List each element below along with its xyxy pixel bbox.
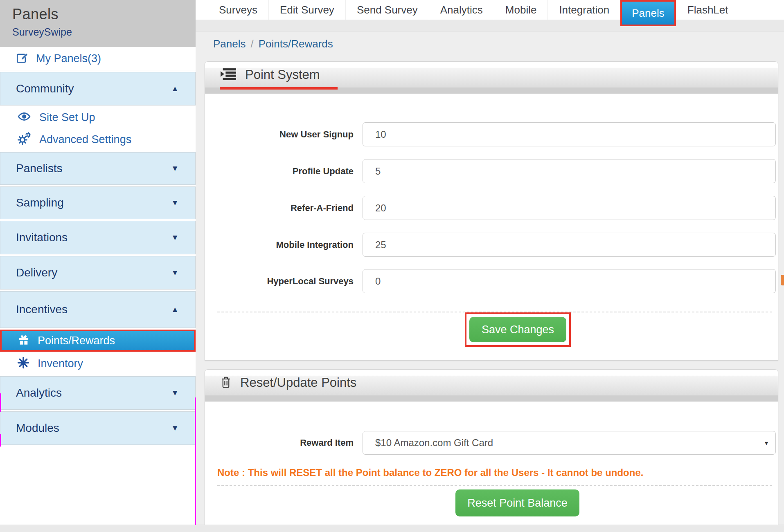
hyperlocal-surveys-input[interactable] <box>363 269 776 293</box>
field-label: Profile Update <box>205 166 354 177</box>
section-label: Sampling <box>16 196 64 209</box>
breadcrumb: Panels/Points/Rewards <box>213 38 333 50</box>
annotation-red-box-save: Save Changes <box>465 312 571 347</box>
tab-surveys[interactable]: Surveys <box>208 0 268 20</box>
reset-point-balance-button[interactable]: Reset Point Balance <box>455 489 579 516</box>
section-label: Community <box>16 82 74 95</box>
sidebar-title: Panels <box>12 6 196 23</box>
sidebar-header: Panels SurveySwipe <box>0 0 196 47</box>
sidebar-section-sampling[interactable]: Sampling ▼ <box>0 186 196 219</box>
annotation-pink-line <box>0 434 1 447</box>
sidebar-section-invitations[interactable]: Invitations ▼ <box>0 221 196 254</box>
reward-item-value: $10 Amazon.com Gift Card <box>375 437 493 449</box>
sidebar-section-delivery[interactable]: Delivery ▼ <box>0 256 196 290</box>
field-label: HyperLocal Surveys <box>205 276 354 287</box>
breadcrumb-panels[interactable]: Panels <box>213 38 246 50</box>
sidebar-section-analytics[interactable]: Analytics ▼ <box>0 376 196 410</box>
profile-update-input[interactable] <box>363 159 776 183</box>
dashed-divider <box>217 485 772 486</box>
nav-tabs: Surveys Edit Survey Send Survey Analytic… <box>196 0 784 20</box>
section-label: Analytics <box>16 386 62 400</box>
select-caret-icon: ▾ <box>765 439 768 447</box>
my-panels-label: My Panels(3) <box>36 52 101 65</box>
reset-update-points-panel: Reset/Update Points Reward Item $10 Amaz… <box>205 369 778 528</box>
subitem-label: Inventory <box>38 357 83 370</box>
form-row-mobile-integration: Mobile Integration <box>205 233 778 257</box>
field-label: Refer-A-Friend <box>205 203 354 213</box>
chevron-down-icon: ▼ <box>171 233 179 242</box>
gift-icon <box>18 334 29 347</box>
edit-pencil-icon <box>16 52 29 66</box>
sidebar-section-community[interactable]: Community ▲ <box>0 72 196 106</box>
reset-points-header: Reset/Update Points <box>205 370 778 402</box>
divider <box>0 151 196 151</box>
sidebar-section-incentives[interactable]: Incentives ▲ <box>0 291 196 328</box>
form-row-profile-update: Profile Update <box>205 159 778 183</box>
field-label: Reward Item <box>205 438 354 448</box>
chevron-down-icon: ▼ <box>171 388 179 397</box>
annotation-red-underline <box>220 87 338 90</box>
section-label: Invitations <box>16 231 68 244</box>
tab-flashlet[interactable]: FlashLet <box>676 0 739 20</box>
page-bottom-bar <box>0 525 784 532</box>
tab-panels[interactable]: Panels <box>620 0 676 26</box>
sidebar-subtitle: SurveySwipe <box>12 26 196 38</box>
section-label: Panelists <box>16 162 63 175</box>
form-row-refer-a-friend: Refer-A-Friend <box>205 196 778 220</box>
subitem-label: Site Set Up <box>39 111 95 124</box>
gears-icon <box>17 132 31 147</box>
new-user-signup-input[interactable] <box>363 122 776 146</box>
clipped-required-marker <box>781 275 784 285</box>
chevron-down-icon: ▼ <box>171 164 179 173</box>
tab-mobile[interactable]: Mobile <box>494 0 548 20</box>
form-row-new-user-signup: New User Signup <box>205 122 778 146</box>
sidebar-item-site-set-up[interactable]: Site Set Up <box>0 106 196 128</box>
field-label: New User Signup <box>205 129 354 140</box>
tab-send-survey[interactable]: Send Survey <box>345 0 429 20</box>
reward-item-select[interactable]: $10 Amazon.com Gift Card ▾ <box>363 431 776 455</box>
subitem-label: Points/Rewards <box>38 334 115 347</box>
trash-icon <box>221 376 231 390</box>
chevron-down-icon: ▼ <box>171 268 179 277</box>
form-row-reward-item: Reward Item $10 Amazon.com Gift Card ▾ <box>205 431 778 455</box>
sidebar-section-panelists[interactable]: Panelists ▼ <box>0 152 196 185</box>
chevron-down-icon: ▼ <box>171 198 179 207</box>
annotation-pink-line <box>0 393 1 412</box>
point-system-list-icon <box>221 68 236 82</box>
chevron-down-icon: ▼ <box>171 424 179 433</box>
top-navigation: Surveys Edit Survey Send Survey Analytic… <box>196 0 784 20</box>
eye-icon <box>17 112 31 123</box>
save-changes-button[interactable]: Save Changes <box>469 317 566 342</box>
sidebar-item-my-panels[interactable]: My Panels(3) <box>0 47 196 70</box>
section-label: Modules <box>16 422 59 435</box>
chevron-up-icon: ▲ <box>171 84 179 93</box>
breadcrumb-current: Points/Rewards <box>259 38 333 50</box>
form-row-hyperlocal-surveys: HyperLocal Surveys <box>205 269 778 293</box>
section-label: Incentives <box>16 303 68 316</box>
mobile-integration-input[interactable] <box>363 233 776 257</box>
reset-warning-note: Note : This will RESET all the Point bal… <box>217 467 643 478</box>
annotation-pink-line <box>195 397 196 525</box>
tab-integration[interactable]: Integration <box>547 0 620 20</box>
sidebar-item-inventory[interactable]: Inventory <box>0 352 196 375</box>
reset-points-title: Reset/Update Points <box>240 375 356 390</box>
tab-analytics[interactable]: Analytics <box>429 0 494 20</box>
sidebar-item-points-rewards[interactable]: Points/Rewards <box>0 330 196 352</box>
field-label: Mobile Integration <box>205 240 354 250</box>
sidebar-item-advanced-settings[interactable]: Advanced Settings <box>0 128 196 150</box>
inventory-burst-icon <box>17 357 29 370</box>
subitem-label: Advanced Settings <box>39 133 131 146</box>
sidebar-section-modules[interactable]: Modules ▼ <box>0 411 196 445</box>
chevron-up-icon: ▲ <box>171 305 179 314</box>
point-system-title: Point System <box>245 67 320 82</box>
point-system-panel: Point System New User Signup Profile Upd… <box>205 61 778 361</box>
tab-edit-survey[interactable]: Edit Survey <box>268 0 345 20</box>
section-label: Delivery <box>16 266 57 279</box>
sidebar: Panels SurveySwipe My Panels(3) Communit… <box>0 0 196 532</box>
breadcrumb-separator: / <box>246 38 259 50</box>
refer-a-friend-input[interactable] <box>363 196 776 220</box>
tab-strip-background <box>196 20 784 31</box>
